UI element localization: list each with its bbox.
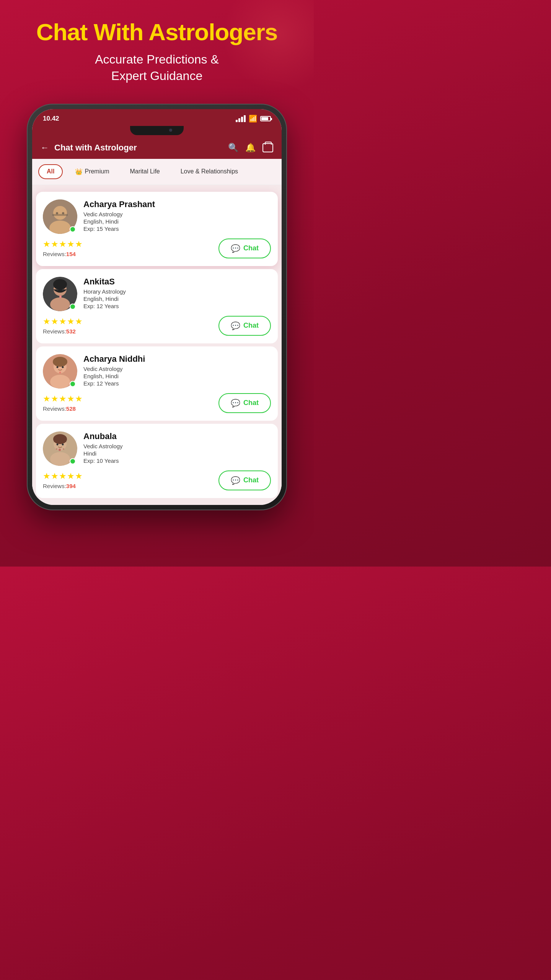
svg-point-26 — [59, 449, 61, 451]
svg-point-28 — [63, 448, 64, 450]
svg-point-24 — [57, 443, 59, 445]
back-button[interactable]: ← — [41, 143, 49, 153]
astro-exp: Exp: 15 Years — [83, 225, 271, 232]
filter-tabs: All 👑 Premium Marital Life Love & Relati… — [32, 159, 282, 185]
chat-button-anubala[interactable]: 💬 Chat — [218, 470, 271, 490]
svg-point-18 — [62, 366, 64, 368]
astro-info: Acharya Niddhi Vedic Astrology English, … — [83, 354, 271, 387]
svg-point-17 — [57, 366, 59, 368]
astro-name: Anubala — [83, 431, 271, 441]
astro-specialty: Vedic Astrology — [83, 443, 271, 449]
star-rating: ★★★★★ — [43, 317, 83, 327]
card-top: Anubala Vedic Astrology Hindi Exp: 10 Ye… — [43, 431, 271, 466]
reviews-count: 528 — [66, 405, 76, 412]
chat-label: Chat — [243, 322, 259, 330]
reviews-count: 532 — [66, 328, 76, 335]
tab-marital[interactable]: Marital Life — [121, 164, 168, 179]
svg-point-15 — [50, 375, 70, 389]
status-time: 10.42 — [43, 115, 59, 122]
star-rating: ★★★★★ — [43, 471, 83, 481]
avatar-wrap — [43, 277, 77, 311]
signal-bars-icon — [236, 115, 246, 122]
svg-rect-3 — [52, 214, 68, 216]
stars-reviews: ★★★★★ Reviews:394 — [43, 471, 83, 489]
chat-button-ankita[interactable]: 💬 Chat — [218, 316, 271, 336]
online-indicator — [70, 458, 76, 464]
avatar-wrap — [43, 199, 77, 234]
crown-icon: 👑 — [75, 168, 83, 175]
online-indicator — [70, 381, 76, 387]
astro-card-niddhi: Acharya Niddhi Vedic Astrology English, … — [36, 346, 278, 421]
online-indicator — [70, 226, 76, 232]
tab-love[interactable]: Love & Relationships — [172, 164, 246, 179]
reviews-count: 154 — [66, 251, 76, 257]
tab-premium[interactable]: 👑 Premium — [67, 164, 117, 179]
card-bottom: ★★★★★ Reviews:528 💬 Chat — [43, 393, 271, 413]
svg-point-1 — [53, 206, 67, 220]
svg-point-11 — [62, 289, 64, 291]
hero-subtitle: Accurate Predictions &Expert Guidance — [95, 51, 219, 84]
battery-icon — [260, 116, 271, 121]
astro-exp: Exp: 12 Years — [83, 380, 271, 387]
svg-point-9 — [53, 279, 67, 290]
chat-button-prashant[interactable]: 💬 Chat — [218, 238, 271, 258]
app-header: ← Chat with Astrologer 🔍 🔔 — [32, 137, 282, 159]
hero-title: Chat With Astrologers — [36, 19, 278, 45]
svg-point-10 — [57, 289, 59, 291]
reviews-text: Reviews:532 — [43, 328, 83, 335]
app-header-title: Chat with Astrologer — [54, 143, 223, 153]
astro-name: AnkitaS — [83, 277, 271, 287]
notch — [130, 126, 184, 135]
astro-lang: Hindi — [83, 450, 271, 457]
tab-premium-label: Premium — [85, 168, 109, 175]
online-indicator — [70, 304, 76, 310]
wallet-icon[interactable] — [262, 143, 273, 152]
card-top: Acharya Prashant Vedic Astrology English… — [43, 199, 271, 234]
chat-bubble-icon: 💬 — [231, 321, 240, 330]
star-rating: ★★★★★ — [43, 394, 83, 404]
status-icons: 📶 — [236, 114, 271, 123]
astro-info: AnkitaS Horary Astrology English, Hindi … — [83, 277, 271, 309]
svg-point-22 — [50, 452, 70, 466]
chat-label: Chat — [243, 399, 259, 407]
header-icons: 🔍 🔔 — [228, 143, 273, 153]
svg-point-12 — [59, 296, 62, 298]
astro-lang: English, Hindi — [83, 296, 271, 302]
astro-card-anubala: Anubala Vedic Astrology Hindi Exp: 10 Ye… — [36, 424, 278, 498]
notch-row — [32, 126, 282, 137]
chat-label: Chat — [243, 476, 259, 484]
reviews-count: 394 — [66, 483, 76, 489]
card-bottom: ★★★★★ Reviews:394 💬 Chat — [43, 470, 271, 490]
avatar-wrap — [43, 354, 77, 389]
star-rating: ★★★★★ — [43, 239, 83, 249]
chat-bubble-icon: 💬 — [231, 476, 240, 485]
bell-icon[interactable]: 🔔 — [245, 143, 256, 153]
svg-point-23 — [53, 434, 67, 444]
astrologers-list: Acharya Prashant Vedic Astrology English… — [32, 185, 282, 505]
chat-button-niddhi[interactable]: 💬 Chat — [218, 393, 271, 413]
phone-outer: 10.42 📶 ← Ch — [27, 104, 287, 510]
avatar-wrap — [43, 431, 77, 466]
search-icon[interactable]: 🔍 — [228, 143, 238, 153]
stars-reviews: ★★★★★ Reviews:528 — [43, 394, 83, 412]
astro-lang: English, Hindi — [83, 373, 271, 379]
chat-bubble-icon: 💬 — [231, 244, 240, 253]
astro-info: Acharya Prashant Vedic Astrology English… — [83, 199, 271, 232]
svg-point-27 — [56, 448, 57, 450]
stars-reviews: ★★★★★ Reviews:154 — [43, 239, 83, 257]
astro-name: Acharya Prashant — [83, 199, 271, 209]
astro-specialty: Vedic Astrology — [83, 366, 271, 372]
astro-info: Anubala Vedic Astrology Hindi Exp: 10 Ye… — [83, 431, 271, 464]
card-top: Acharya Niddhi Vedic Astrology English, … — [43, 354, 271, 389]
tab-all[interactable]: All — [38, 164, 63, 179]
svg-point-5 — [62, 212, 64, 214]
svg-point-8 — [50, 297, 70, 311]
svg-point-25 — [62, 443, 64, 445]
card-bottom: ★★★★★ Reviews:154 💬 Chat — [43, 238, 271, 258]
stars-reviews: ★★★★★ Reviews:532 — [43, 317, 83, 335]
astro-card-ankita: AnkitaS Horary Astrology English, Hindi … — [36, 269, 278, 343]
card-top: AnkitaS Horary Astrology English, Hindi … — [43, 277, 271, 311]
status-bar: 10.42 📶 — [32, 109, 282, 126]
svg-point-16 — [53, 357, 67, 367]
card-bottom: ★★★★★ Reviews:532 💬 Chat — [43, 316, 271, 336]
